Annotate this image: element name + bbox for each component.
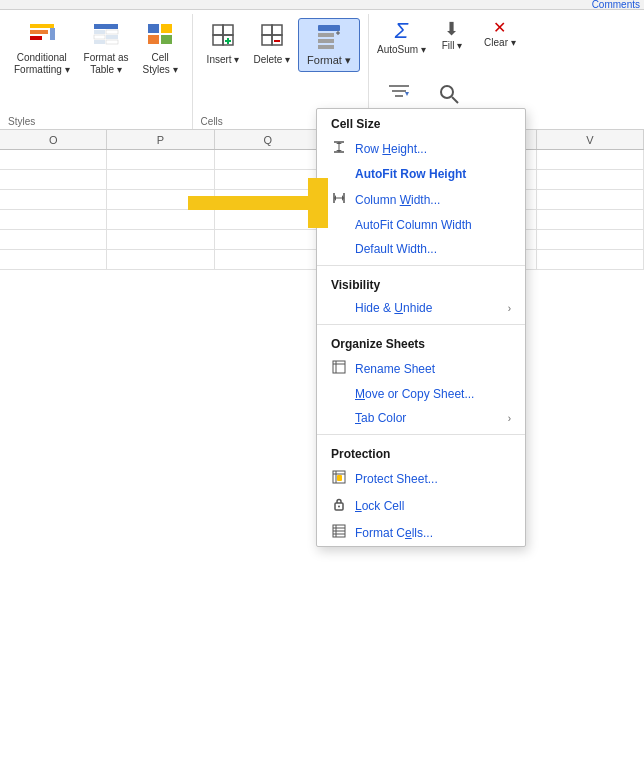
divider-3	[317, 434, 525, 435]
svg-rect-15	[213, 25, 223, 35]
lock-cell-label: Lock Cell	[355, 499, 404, 513]
autofit-row-height-label: AutoFit Row Height	[355, 167, 466, 181]
divider-2	[317, 324, 525, 325]
row-height-item[interactable]: Row Height...	[317, 135, 525, 162]
protect-sheet-label: Protect Sheet...	[355, 472, 438, 486]
svg-rect-13	[148, 35, 159, 44]
insert-label: Insert ▾	[207, 54, 240, 66]
svg-rect-10	[106, 40, 118, 44]
format-cells-label: Format Cells...	[355, 526, 433, 540]
autofit-column-width-item[interactable]: AutoFit Column Width	[317, 213, 525, 237]
hide-unhide-label: Hide & Unhide	[355, 301, 432, 315]
grid-cell[interactable]	[215, 230, 322, 249]
col-header-Q[interactable]: Q	[215, 130, 322, 149]
top-bar: Comments	[0, 0, 644, 10]
fill-label: Fill ▾	[442, 40, 463, 51]
grid-cell[interactable]	[107, 190, 214, 209]
insert-button[interactable]: Insert ▾	[201, 18, 246, 70]
svg-rect-21	[262, 25, 272, 35]
hide-unhide-item[interactable]: Hide & Unhide ›	[317, 296, 525, 320]
grid-cell[interactable]	[107, 170, 214, 189]
fill-button[interactable]: ⬇ Fill ▾	[430, 18, 474, 51]
organize-sheets-header: Organize Sheets	[317, 329, 525, 355]
svg-marker-35	[405, 92, 409, 96]
grid-cell[interactable]	[537, 170, 644, 189]
styles-group: ConditionalFormatting ▾ Format asTable ▾	[0, 14, 193, 129]
svg-rect-14	[161, 35, 172, 44]
grid-cell[interactable]	[215, 150, 322, 169]
protect-sheet-item[interactable]: Protect Sheet...	[317, 465, 525, 492]
format-as-table-icon	[92, 22, 120, 50]
cell-size-header: Cell Size	[317, 109, 525, 135]
grid-cell[interactable]	[0, 210, 107, 229]
conditional-formatting-icon	[28, 22, 56, 50]
conditional-formatting-label: ConditionalFormatting ▾	[14, 52, 70, 76]
grid-cell[interactable]	[215, 190, 322, 209]
grid-cell[interactable]	[0, 230, 107, 249]
col-header-V[interactable]: V	[537, 130, 644, 149]
grid-cell[interactable]	[215, 170, 322, 189]
clear-label: Clear ▾	[484, 37, 516, 48]
move-copy-sheet-item[interactable]: Move or Copy Sheet...	[317, 382, 525, 406]
comments-button[interactable]: Comments	[592, 0, 640, 10]
styles-buttons: ConditionalFormatting ▾ Format asTable ▾	[8, 18, 184, 112]
protect-sheet-icon	[331, 470, 347, 487]
protection-header: Protection	[317, 439, 525, 465]
grid-cell[interactable]	[107, 250, 214, 269]
grid-cell[interactable]	[537, 230, 644, 249]
conditional-formatting-button[interactable]: ConditionalFormatting ▾	[8, 18, 76, 80]
format-as-table-label: Format asTable ▾	[84, 52, 129, 76]
delete-button[interactable]: Delete ▾	[247, 18, 296, 70]
row-height-icon	[331, 140, 347, 157]
default-width-label: Default Width...	[355, 242, 437, 256]
move-copy-label: Move or Copy Sheet...	[355, 387, 474, 401]
grid-cell[interactable]	[215, 250, 322, 269]
grid-cell[interactable]	[107, 150, 214, 169]
default-width-item[interactable]: Default Width...	[317, 237, 525, 261]
insert-icon	[210, 22, 236, 52]
tab-color-item[interactable]: Tab Color ›	[317, 406, 525, 430]
svg-rect-23	[262, 35, 272, 45]
lock-cell-item[interactable]: Lock Cell	[317, 492, 525, 519]
svg-point-58	[338, 506, 340, 508]
fill-icon: ⬇	[444, 18, 459, 40]
grid-cell[interactable]	[0, 170, 107, 189]
svg-rect-11	[148, 24, 159, 33]
grid-cell[interactable]	[107, 210, 214, 229]
autofit-column-width-label: AutoFit Column Width	[355, 218, 472, 232]
autosum-label: AutoSum ▾	[377, 44, 426, 55]
format-cells-item[interactable]: Format Cells...	[317, 519, 525, 546]
find-select-icon	[437, 82, 461, 107]
grid-cell[interactable]	[0, 190, 107, 209]
autosum-button[interactable]: Σ AutoSum ▾	[377, 18, 426, 55]
format-button[interactable]: Format ▾	[298, 18, 360, 72]
grid-cell[interactable]	[215, 210, 322, 229]
svg-rect-3	[50, 28, 55, 40]
grid-cell[interactable]	[0, 150, 107, 169]
svg-rect-56	[337, 475, 342, 481]
hide-unhide-arrow: ›	[508, 303, 511, 314]
clear-button[interactable]: ✕ Clear ▾	[478, 18, 522, 48]
svg-rect-22	[272, 25, 282, 35]
svg-rect-9	[94, 40, 105, 44]
svg-point-36	[441, 86, 453, 98]
col-header-O[interactable]: O	[0, 130, 107, 149]
grid-cell[interactable]	[537, 150, 644, 169]
svg-rect-7	[94, 35, 105, 39]
grid-cell[interactable]	[537, 250, 644, 269]
clear-icon: ✕	[493, 18, 506, 37]
column-width-item[interactable]: Column Width...	[317, 186, 525, 213]
editing-buttons: Σ AutoSum ▾ ⬇ Fill ▾ ✕ Clear ▾	[377, 18, 522, 80]
format-label: Format ▾	[307, 54, 351, 67]
rename-sheet-item[interactable]: Rename Sheet	[317, 355, 525, 382]
grid-cell[interactable]	[107, 230, 214, 249]
autofit-row-height-item[interactable]: AutoFit Row Height	[317, 162, 525, 186]
grid-cell[interactable]	[0, 250, 107, 269]
col-header-P[interactable]: P	[107, 130, 214, 149]
cell-styles-button[interactable]: CellStyles ▾	[137, 18, 184, 80]
format-dropdown-menu: Cell Size Row Height... AutoFit Row Heig…	[316, 108, 526, 547]
grid-cell[interactable]	[537, 190, 644, 209]
cell-styles-icon	[146, 22, 174, 50]
format-as-table-button[interactable]: Format asTable ▾	[78, 18, 135, 80]
grid-cell[interactable]	[537, 210, 644, 229]
